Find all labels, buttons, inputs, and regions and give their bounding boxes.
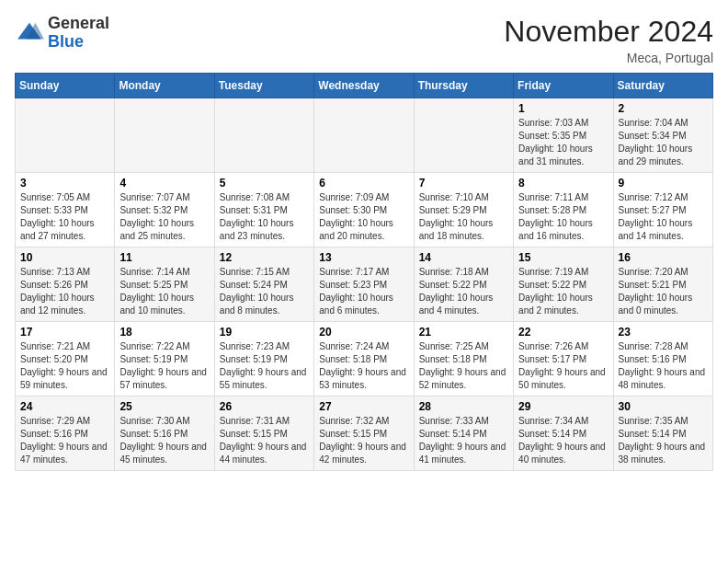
day-number: 13 bbox=[319, 251, 408, 264]
day-info: Sunrise: 7:18 AM Sunset: 5:22 PM Dayligh… bbox=[419, 266, 508, 317]
week-row-2: 3Sunrise: 7:05 AM Sunset: 5:33 PM Daylig… bbox=[16, 173, 713, 247]
day-cell: 4Sunrise: 7:07 AM Sunset: 5:32 PM Daylig… bbox=[115, 173, 214, 247]
weekday-header-monday: Monday bbox=[115, 74, 214, 98]
day-cell: 5Sunrise: 7:08 AM Sunset: 5:31 PM Daylig… bbox=[214, 173, 313, 247]
day-number: 27 bbox=[319, 400, 408, 413]
day-info: Sunrise: 7:12 AM Sunset: 5:27 PM Dayligh… bbox=[619, 191, 708, 243]
logo-general: General bbox=[48, 14, 109, 32]
day-cell: 2Sunrise: 7:04 AM Sunset: 5:34 PM Daylig… bbox=[613, 98, 712, 173]
day-cell: 17Sunrise: 7:21 AM Sunset: 5:20 PM Dayli… bbox=[16, 322, 115, 396]
weekday-header-row: SundayMondayTuesdayWednesdayThursdayFrid… bbox=[16, 74, 713, 98]
day-number: 15 bbox=[518, 251, 608, 264]
week-row-3: 10Sunrise: 7:13 AM Sunset: 5:26 PM Dayli… bbox=[16, 247, 713, 322]
day-number: 14 bbox=[419, 251, 508, 264]
day-number: 3 bbox=[20, 177, 109, 190]
logo-blue: Blue bbox=[48, 32, 84, 51]
day-number: 29 bbox=[518, 400, 608, 413]
day-info: Sunrise: 7:23 AM Sunset: 5:19 PM Dayligh… bbox=[220, 340, 309, 392]
day-info: Sunrise: 7:24 AM Sunset: 5:18 PM Dayligh… bbox=[319, 340, 408, 392]
day-info: Sunrise: 7:05 AM Sunset: 5:33 PM Dayligh… bbox=[20, 191, 109, 243]
page-header: General Blue November 2024 Meca, Portuga… bbox=[15, 15, 713, 65]
weekday-header-thursday: Thursday bbox=[414, 74, 513, 98]
day-info: Sunrise: 7:14 AM Sunset: 5:25 PM Dayligh… bbox=[119, 266, 209, 317]
day-info: Sunrise: 7:26 AM Sunset: 5:17 PM Dayligh… bbox=[518, 340, 608, 392]
day-cell: 15Sunrise: 7:19 AM Sunset: 5:22 PM Dayli… bbox=[514, 247, 613, 322]
day-info: Sunrise: 7:21 AM Sunset: 5:20 PM Dayligh… bbox=[20, 340, 109, 392]
day-cell: 10Sunrise: 7:13 AM Sunset: 5:26 PM Dayli… bbox=[16, 247, 115, 322]
day-cell bbox=[414, 98, 513, 173]
weekday-header-friday: Friday bbox=[514, 74, 613, 98]
day-cell: 18Sunrise: 7:22 AM Sunset: 5:19 PM Dayli… bbox=[115, 322, 214, 396]
day-cell: 26Sunrise: 7:31 AM Sunset: 5:15 PM Dayli… bbox=[214, 396, 313, 471]
day-number: 7 bbox=[419, 177, 508, 190]
day-number: 11 bbox=[119, 251, 209, 264]
day-number: 21 bbox=[419, 326, 508, 339]
day-number: 19 bbox=[220, 326, 309, 339]
day-cell: 16Sunrise: 7:20 AM Sunset: 5:21 PM Dayli… bbox=[613, 247, 712, 322]
day-cell bbox=[314, 98, 414, 173]
day-number: 1 bbox=[518, 102, 608, 115]
weekday-header-sunday: Sunday bbox=[16, 74, 115, 98]
day-number: 17 bbox=[20, 326, 109, 339]
day-cell: 8Sunrise: 7:11 AM Sunset: 5:28 PM Daylig… bbox=[514, 173, 613, 247]
day-cell: 20Sunrise: 7:24 AM Sunset: 5:18 PM Dayli… bbox=[314, 322, 414, 396]
title-area: November 2024 Meca, Portugal bbox=[504, 15, 713, 65]
day-cell: 29Sunrise: 7:34 AM Sunset: 5:14 PM Dayli… bbox=[514, 396, 613, 471]
day-cell: 23Sunrise: 7:28 AM Sunset: 5:16 PM Dayli… bbox=[613, 322, 712, 396]
day-number: 6 bbox=[319, 177, 408, 190]
day-number: 25 bbox=[119, 400, 209, 413]
day-number: 2 bbox=[619, 102, 708, 115]
day-number: 20 bbox=[319, 326, 408, 339]
day-info: Sunrise: 7:25 AM Sunset: 5:18 PM Dayligh… bbox=[419, 340, 508, 392]
day-info: Sunrise: 7:31 AM Sunset: 5:15 PM Dayligh… bbox=[220, 415, 309, 466]
day-cell bbox=[115, 98, 214, 173]
day-info: Sunrise: 7:20 AM Sunset: 5:21 PM Dayligh… bbox=[619, 266, 708, 317]
day-number: 18 bbox=[119, 326, 209, 339]
day-info: Sunrise: 7:11 AM Sunset: 5:28 PM Dayligh… bbox=[518, 191, 608, 243]
calendar-table: SundayMondayTuesdayWednesdayThursdayFrid… bbox=[15, 73, 713, 471]
day-cell: 19Sunrise: 7:23 AM Sunset: 5:19 PM Dayli… bbox=[214, 322, 313, 396]
day-number: 22 bbox=[518, 326, 608, 339]
day-number: 4 bbox=[119, 177, 209, 190]
day-number: 12 bbox=[220, 251, 309, 264]
day-info: Sunrise: 7:10 AM Sunset: 5:29 PM Dayligh… bbox=[419, 191, 508, 243]
day-info: Sunrise: 7:28 AM Sunset: 5:16 PM Dayligh… bbox=[619, 340, 708, 392]
day-info: Sunrise: 7:15 AM Sunset: 5:24 PM Dayligh… bbox=[220, 266, 309, 317]
week-row-4: 17Sunrise: 7:21 AM Sunset: 5:20 PM Dayli… bbox=[16, 322, 713, 396]
logo: General Blue bbox=[15, 15, 109, 52]
weekday-header-tuesday: Tuesday bbox=[214, 74, 313, 98]
day-number: 5 bbox=[220, 177, 309, 190]
weekday-header-saturday: Saturday bbox=[613, 74, 712, 98]
day-cell: 1Sunrise: 7:03 AM Sunset: 5:35 PM Daylig… bbox=[514, 98, 613, 173]
day-cell: 3Sunrise: 7:05 AM Sunset: 5:33 PM Daylig… bbox=[16, 173, 115, 247]
location: Meca, Portugal bbox=[504, 51, 713, 65]
day-info: Sunrise: 7:04 AM Sunset: 5:34 PM Dayligh… bbox=[619, 117, 708, 168]
day-cell: 24Sunrise: 7:29 AM Sunset: 5:16 PM Dayli… bbox=[16, 396, 115, 471]
day-info: Sunrise: 7:30 AM Sunset: 5:16 PM Dayligh… bbox=[119, 415, 209, 466]
day-cell bbox=[16, 98, 115, 173]
day-cell: 28Sunrise: 7:33 AM Sunset: 5:14 PM Dayli… bbox=[414, 396, 513, 471]
day-cell: 7Sunrise: 7:10 AM Sunset: 5:29 PM Daylig… bbox=[414, 173, 513, 247]
day-cell: 11Sunrise: 7:14 AM Sunset: 5:25 PM Dayli… bbox=[115, 247, 214, 322]
day-number: 28 bbox=[419, 400, 508, 413]
day-number: 9 bbox=[619, 177, 708, 190]
day-cell: 13Sunrise: 7:17 AM Sunset: 5:23 PM Dayli… bbox=[314, 247, 414, 322]
day-cell: 12Sunrise: 7:15 AM Sunset: 5:24 PM Dayli… bbox=[214, 247, 313, 322]
week-row-5: 24Sunrise: 7:29 AM Sunset: 5:16 PM Dayli… bbox=[16, 396, 713, 471]
day-number: 24 bbox=[20, 400, 109, 413]
day-cell: 25Sunrise: 7:30 AM Sunset: 5:16 PM Dayli… bbox=[115, 396, 214, 471]
day-number: 23 bbox=[619, 326, 708, 339]
day-info: Sunrise: 7:09 AM Sunset: 5:30 PM Dayligh… bbox=[319, 191, 408, 243]
day-cell: 6Sunrise: 7:09 AM Sunset: 5:30 PM Daylig… bbox=[314, 173, 414, 247]
day-number: 16 bbox=[619, 251, 708, 264]
day-info: Sunrise: 7:19 AM Sunset: 5:22 PM Dayligh… bbox=[518, 266, 608, 317]
day-info: Sunrise: 7:08 AM Sunset: 5:31 PM Dayligh… bbox=[220, 191, 309, 243]
day-cell: 21Sunrise: 7:25 AM Sunset: 5:18 PM Dayli… bbox=[414, 322, 513, 396]
day-cell bbox=[214, 98, 313, 173]
day-number: 8 bbox=[518, 177, 608, 190]
day-info: Sunrise: 7:07 AM Sunset: 5:32 PM Dayligh… bbox=[119, 191, 209, 243]
day-info: Sunrise: 7:34 AM Sunset: 5:14 PM Dayligh… bbox=[518, 415, 608, 466]
day-info: Sunrise: 7:29 AM Sunset: 5:16 PM Dayligh… bbox=[20, 415, 109, 466]
day-info: Sunrise: 7:32 AM Sunset: 5:15 PM Dayligh… bbox=[319, 415, 408, 466]
logo-icon bbox=[15, 18, 44, 48]
